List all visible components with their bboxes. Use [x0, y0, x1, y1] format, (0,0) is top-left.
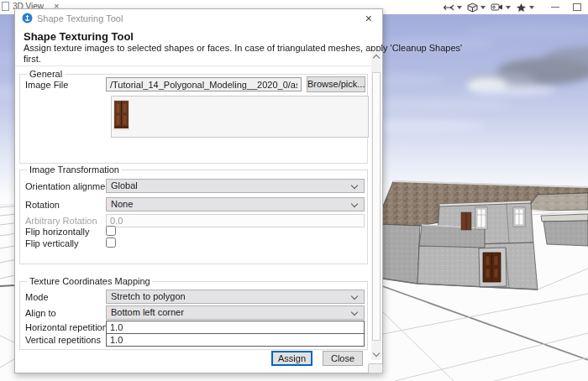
align-to-label: Align to [25, 308, 56, 318]
walk-navigation-button[interactable] [443, 3, 462, 13]
camera-caret[interactable] [506, 6, 511, 9]
shape-texturing-dialog: Shape Texturing Tool × Shape Texturing T… [14, 8, 383, 373]
scroll-up-icon[interactable] [373, 55, 380, 61]
align-to-value: Bottom left corner [111, 307, 184, 317]
chevron-down-icon [351, 293, 358, 300]
assign-button[interactable]: Assign [271, 351, 312, 366]
favorites-button[interactable] [516, 3, 534, 13]
rotation-label: Rotation [25, 200, 60, 210]
orientation-alignment-value: Global [111, 180, 138, 190]
flip-vertically-checkbox[interactable] [106, 237, 116, 248]
flip-vertically-label: Flip vertically [25, 238, 79, 248]
align-to-dropdown[interactable]: Bottom left corner [106, 305, 365, 320]
view-style-button[interactable] [467, 3, 486, 13]
flip-horizontally-checkbox[interactable] [106, 226, 116, 236]
horizontal-repetitions-input[interactable] [106, 321, 365, 334]
camera-icon [491, 3, 503, 12]
rear-wing-wall [543, 221, 588, 246]
vertical-repetitions-label: Vertical repetitions [25, 335, 101, 345]
favorites-star-icon [516, 3, 527, 13]
carport-beam [541, 214, 588, 222]
chevron-down-icon [351, 309, 358, 316]
rotation-dropdown[interactable]: None [106, 197, 365, 211]
close-button[interactable]: Close [323, 351, 363, 366]
rotation-value: None [111, 199, 133, 209]
arbitrary-rotation-input [106, 214, 365, 227]
image-file-input[interactable] [106, 77, 302, 91]
scroll-down-icon[interactable] [373, 350, 380, 357]
view-style-caret[interactable] [480, 6, 486, 9]
texture-preview-panel [111, 96, 369, 138]
minimize-button[interactable] [551, 7, 559, 8]
browse-pick-button[interactable]: Browse/pick... [307, 76, 365, 92]
document-tab-icon [2, 2, 9, 11]
door-texture-thumbnail [113, 100, 129, 130]
vertical-repetitions-input[interactable] [106, 333, 365, 347]
view-cube-icon [467, 3, 478, 13]
general-legend: General [27, 69, 65, 79]
carport-roof [528, 193, 588, 211]
chevron-down-icon [351, 182, 358, 189]
orientation-alignment-label: Orientation alignment [25, 181, 113, 191]
chevron-down-icon [351, 201, 358, 207]
horizontal-repetitions-label: Horizontal repetitions [25, 322, 112, 332]
resize-grip[interactable] [368, 363, 383, 373]
scrollbar-thumb[interactable] [372, 72, 381, 341]
favorites-caret[interactable] [529, 6, 534, 9]
orientation-alignment-dropdown[interactable]: Global [106, 179, 365, 193]
texture-mapping-legend: Texture Coordinates Mapping [27, 276, 153, 286]
flip-horizontally-label: Flip horizontally [25, 227, 89, 237]
content-separator [15, 65, 382, 66]
dialog-description-line1: Assign texture images to selected shapes… [24, 43, 462, 53]
mode-dropdown[interactable]: Stretch to polygon [106, 290, 365, 304]
dialog-titlebar[interactable]: Shape Texturing Tool × [15, 9, 382, 28]
walk-navigation-icon [443, 3, 454, 13]
walk-navigation-caret[interactable] [457, 6, 462, 9]
mode-label: Mode [25, 292, 49, 302]
dialog-description-line2: first. [24, 54, 41, 64]
image-transformation-legend: Image Transformation [27, 164, 122, 175]
dialog-heading: Shape Texturing Tool [24, 30, 134, 43]
mode-value: Stretch to polygon [111, 291, 186, 301]
maximize-button[interactable] [573, 3, 581, 11]
dialog-close-button[interactable]: × [365, 11, 372, 26]
lower-wall [417, 243, 538, 290]
app-logo-icon [22, 13, 33, 23]
dialog-scrollbar[interactable] [371, 51, 381, 360]
dialog-title: Shape Texturing Tool [37, 13, 123, 23]
image-file-label: Image File [25, 80, 68, 90]
arbitrary-rotation-label: Arbitrary Rotation [25, 216, 97, 226]
camera-button[interactable] [491, 3, 511, 12]
